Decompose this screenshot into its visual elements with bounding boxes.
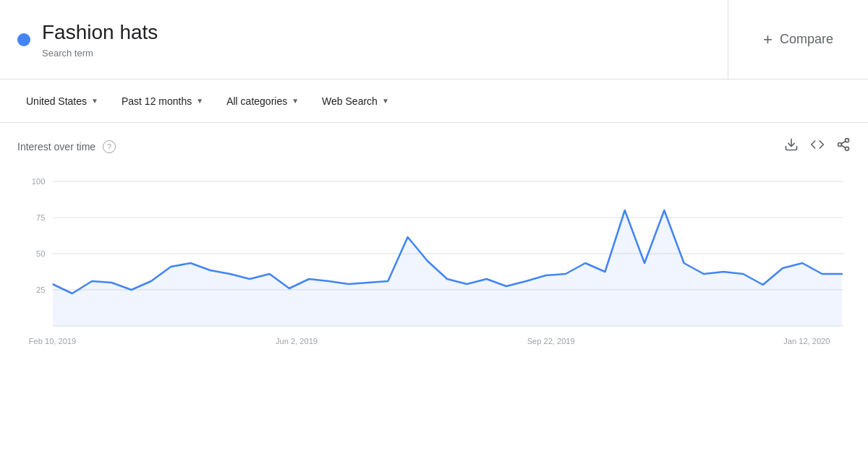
y-label-100: 100: [32, 177, 46, 186]
category-filter-chevron: ▼: [292, 97, 299, 105]
share-icon: [836, 137, 851, 152]
share-button[interactable]: [836, 137, 851, 155]
chart-section: Interest over time ?: [0, 123, 868, 371]
search-term-title: Fashion hats: [42, 20, 158, 45]
chart-container: 100 75 50 25 Feb 10, 2019 Jun 2, 2019 Se…: [17, 167, 851, 371]
chart-title: Interest over time: [17, 141, 95, 153]
search-type-filter-label: Web Search: [322, 95, 378, 107]
search-type-filter-chevron: ▼: [382, 97, 389, 105]
x-label-jun: Jun 2, 2019: [276, 337, 318, 345]
period-filter-chevron: ▼: [196, 97, 203, 105]
page-header: Fashion hats Search term + Compare: [0, 0, 868, 80]
download-icon: [784, 137, 799, 152]
chart-actions: [784, 137, 851, 155]
search-type-filter[interactable]: Web Search ▼: [313, 91, 398, 111]
period-filter-label: Past 12 months: [122, 95, 192, 107]
chart-fill-area: [53, 210, 842, 326]
compare-plus-icon: +: [763, 30, 773, 49]
search-term-text: Fashion hats Search term: [42, 20, 158, 59]
x-label-sep: Sep 22, 2019: [527, 337, 575, 345]
chart-title-group: Interest over time ?: [17, 140, 116, 153]
x-label-feb: Feb 10, 2019: [29, 337, 76, 345]
period-filter[interactable]: Past 12 months ▼: [113, 91, 212, 111]
x-label-jan: Jan 12, 2020: [783, 337, 830, 345]
compare-section[interactable]: + Compare: [728, 0, 868, 79]
region-filter[interactable]: United States ▼: [17, 91, 107, 111]
embed-icon: [810, 137, 825, 152]
svg-line-4: [841, 145, 846, 147]
search-term-dot: [17, 33, 30, 46]
filters-bar: United States ▼ Past 12 months ▼ All cat…: [0, 80, 868, 123]
line-chart: 100 75 50 25 Feb 10, 2019 Jun 2, 2019 Se…: [17, 167, 851, 369]
help-icon[interactable]: ?: [103, 140, 116, 153]
y-label-25: 25: [36, 285, 45, 294]
category-filter[interactable]: All categories ▼: [218, 91, 307, 111]
compare-label: Compare: [780, 32, 833, 47]
search-term-section: Fashion hats Search term: [0, 0, 728, 79]
y-label-50: 50: [36, 249, 45, 258]
embed-button[interactable]: [810, 137, 825, 155]
category-filter-label: All categories: [226, 95, 287, 107]
region-filter-label: United States: [26, 95, 87, 107]
download-button[interactable]: [784, 137, 799, 155]
svg-line-5: [841, 141, 846, 143]
y-label-75: 75: [36, 213, 45, 222]
search-term-subtitle: Search term: [42, 48, 158, 59]
region-filter-chevron: ▼: [91, 97, 98, 105]
chart-header: Interest over time ?: [17, 137, 851, 155]
